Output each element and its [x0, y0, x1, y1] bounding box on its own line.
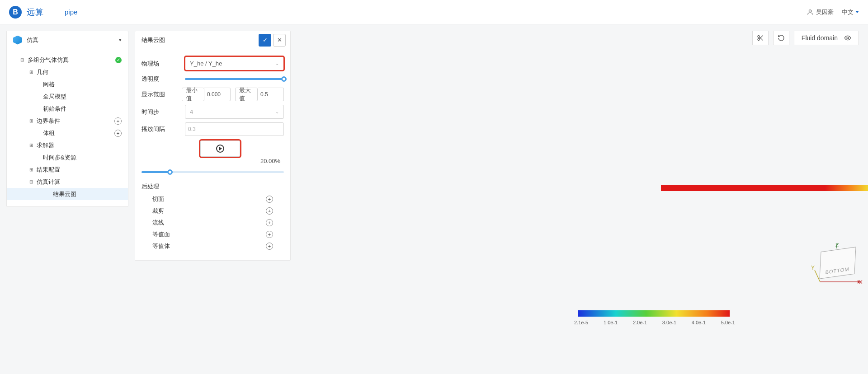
- brand-name: 远算: [27, 7, 44, 18]
- tree-label: 求解器: [37, 141, 54, 150]
- post-label: 等值体: [152, 242, 170, 250]
- play-icon: [216, 145, 224, 153]
- 3d-viewport[interactable]: Fluid domain 2.1e-5 1.0e-1 2.0e-1 3.0e-1…: [297, 31, 868, 374]
- refresh-tool-button[interactable]: [773, 31, 789, 45]
- post-label: 切面: [152, 195, 164, 203]
- add-icon[interactable]: +: [266, 219, 273, 226]
- tree-node-global-model[interactable]: 全局模型: [7, 90, 128, 103]
- pipe-render: [661, 185, 868, 191]
- post-iso-surface[interactable]: 等值面 +: [135, 229, 290, 240]
- physical-field-select[interactable]: Y_he / Y_he ⌄: [185, 56, 284, 70]
- language-label: 中文: [842, 8, 854, 16]
- tree-node-boundary[interactable]: ⊞边界条件 +: [7, 115, 128, 127]
- cut-tool-button[interactable]: [752, 31, 769, 45]
- domain-name-label: Fluid domain: [802, 34, 838, 42]
- domain-visibility-pill[interactable]: Fluid domain: [794, 31, 859, 45]
- add-icon[interactable]: +: [114, 130, 122, 137]
- tree-node-result-config[interactable]: ⊞结果配置: [7, 164, 128, 176]
- tree-node-geometry[interactable]: ⊞几何: [7, 66, 128, 78]
- post-label: 裁剪: [152, 207, 164, 215]
- slider-thumb[interactable]: [281, 76, 287, 82]
- close-button[interactable]: ✕: [273, 34, 286, 47]
- tree-label: 全局模型: [43, 93, 66, 101]
- max-value-input[interactable]: [258, 88, 284, 101]
- play-button[interactable]: [200, 140, 240, 157]
- tree-root-simulation[interactable]: ⊟多组分气体仿真 ✓: [7, 54, 128, 66]
- cube-icon: [13, 36, 22, 45]
- brand-block: B 远算: [9, 6, 44, 19]
- timestep-label: 时间步: [142, 108, 185, 116]
- user-menu[interactable]: 吴因豪: [807, 8, 834, 16]
- orientation-widget[interactable]: Z Y X BOTTOM: [812, 243, 862, 293]
- add-icon[interactable]: +: [266, 243, 273, 250]
- interval-input[interactable]: [185, 122, 284, 136]
- svg-point-0: [809, 9, 811, 12]
- tree-node-volume-group[interactable]: 体组 +: [7, 127, 128, 139]
- viewport-toolbar: Fluid domain: [752, 31, 859, 45]
- tree-node-initial[interactable]: 初始条件: [7, 103, 128, 115]
- chevron-down-icon: ⌄: [275, 109, 279, 114]
- slider-thumb[interactable]: [167, 169, 173, 175]
- legend-tick: 2.1e-5: [574, 320, 588, 325]
- tree-label: 仿真计算: [37, 178, 60, 186]
- tree-body: ⊟多组分气体仿真 ✓ ⊞几何 网格 全局模型 初始条件 ⊞边界条件 + 体组 +: [7, 49, 128, 206]
- tree-node-mesh[interactable]: 网格: [7, 78, 128, 90]
- legend-tick: 5.0e-1: [721, 320, 735, 325]
- svg-marker-5: [858, 280, 861, 284]
- post-plane[interactable]: 切面 +: [135, 193, 290, 205]
- apply-button[interactable]: ✓: [259, 34, 271, 47]
- contour-properties-panel: 结果云图 ✓ ✕ 物理场 Y_he / Y_he ⌄ 透明度 显示范围 最小值: [135, 31, 291, 261]
- collapse-caret-icon[interactable]: ▾: [119, 37, 122, 43]
- tree-label: 初始条件: [43, 105, 66, 113]
- legend-tick: 4.0e-1: [692, 320, 706, 325]
- tree-header-label: 仿真: [27, 36, 38, 44]
- tree-label: 几何: [37, 68, 48, 76]
- tree-label: 结果云图: [53, 190, 76, 198]
- logo-icon: B: [9, 6, 22, 19]
- svg-point-3: [847, 37, 849, 39]
- user-icon: [807, 9, 814, 16]
- max-value-button[interactable]: 最大值: [235, 88, 258, 101]
- timestep-value: 4: [190, 108, 193, 115]
- tree-node-result-contour[interactable]: 结果云图: [7, 188, 128, 200]
- tree-node-solver[interactable]: ⊞求解器: [7, 139, 128, 151]
- add-icon[interactable]: +: [266, 196, 273, 203]
- refresh-icon: [778, 34, 785, 42]
- chevron-down-icon: ⌄: [275, 61, 279, 66]
- tree-label: 多组分气体仿真: [28, 56, 69, 64]
- color-legend-ticks: 2.1e-5 1.0e-1 2.0e-1 3.0e-1 4.0e-1 5.0e-…: [574, 320, 735, 325]
- tree-header[interactable]: 仿真 ▾: [7, 31, 128, 49]
- opacity-label: 透明度: [142, 75, 185, 83]
- post-iso-volume[interactable]: 等值体 +: [135, 240, 290, 252]
- timeline-slider[interactable]: [142, 171, 284, 173]
- svg-line-6: [815, 270, 820, 282]
- min-value-button[interactable]: 最小值: [182, 88, 204, 101]
- project-name[interactable]: pipe: [65, 8, 77, 16]
- range-label: 显示范围: [142, 90, 177, 98]
- post-streamline[interactable]: 流线 +: [135, 217, 290, 229]
- tree-label: 体组: [43, 129, 55, 137]
- field-label: 物理场: [142, 60, 185, 68]
- add-icon[interactable]: +: [266, 207, 273, 215]
- add-icon[interactable]: +: [114, 117, 122, 125]
- tree-label: 结果配置: [37, 166, 60, 174]
- min-value-input[interactable]: [204, 88, 231, 101]
- timestep-select[interactable]: 4 ⌄: [185, 105, 284, 119]
- add-icon[interactable]: +: [266, 231, 273, 238]
- axis-arrows-icon: [812, 243, 862, 293]
- simulation-tree-panel: 仿真 ▾ ⊟多组分气体仿真 ✓ ⊞几何 网格 全局模型 初始条件 ⊞边界条件 +: [6, 31, 128, 207]
- user-name: 吴因豪: [816, 8, 834, 16]
- color-legend-bar: [578, 310, 730, 317]
- tree-label: 时间步&资源: [43, 154, 76, 162]
- panel-title: 结果云图: [142, 36, 165, 44]
- progress-percent: 20.00%: [135, 157, 290, 165]
- eye-icon: [844, 34, 851, 42]
- caret-down-icon: [855, 11, 859, 13]
- interval-label: 播放间隔: [142, 125, 185, 133]
- field-value: Y_he / Y_he: [190, 60, 222, 67]
- tree-node-timestep-resources[interactable]: 时间步&资源: [7, 151, 128, 164]
- opacity-slider[interactable]: [185, 78, 284, 80]
- language-selector[interactable]: 中文: [842, 8, 859, 16]
- post-clip[interactable]: 裁剪 +: [135, 205, 290, 217]
- tree-node-simulation-run[interactable]: ⊟仿真计算: [7, 176, 128, 188]
